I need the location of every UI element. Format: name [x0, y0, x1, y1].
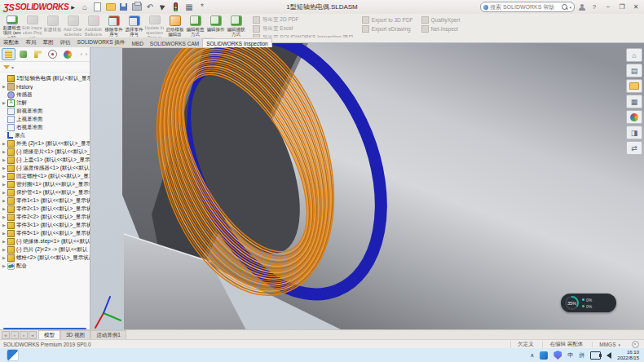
ribbon-button[interactable]: 编辑检查方式	[185, 14, 205, 38]
configurationmanager-tab[interactable]	[31, 48, 45, 60]
featuremanager-tab[interactable]	[2, 48, 15, 60]
home-icon[interactable]: ⌂	[79, 2, 90, 12]
ribbon-button[interactable]: 移除零件序号	[104, 14, 124, 38]
tree-item[interactable]: ▶ 右视基准面	[0, 123, 90, 131]
command-tab[interactable]: SOLIDWORKS Inspection	[202, 38, 272, 47]
command-tab[interactable]: SOLIDWORKS CAM	[147, 39, 202, 47]
tree-item[interactable]: ▶ 原点	[0, 131, 90, 139]
speaker-icon[interactable]	[607, 352, 611, 359]
tab-scroll-button[interactable]: »	[29, 331, 37, 339]
tree-item[interactable]: ▶ (-) 挡片 (2)<2> -> (默认<<默认	[0, 245, 90, 254]
file-explorer-icon[interactable]	[626, 79, 642, 93]
tree-item[interactable]: ▶ 注解	[0, 99, 90, 107]
ribbon-button[interactable]: 新建检查项目 (amp;N)	[2, 14, 22, 38]
displaymanager-tab[interactable]	[60, 48, 74, 60]
view-palette-icon[interactable]: ▦	[626, 95, 642, 108]
chrome-icon[interactable]	[365, 350, 377, 361]
tree-filter-row[interactable]: ▾	[0, 62, 90, 73]
command-tab[interactable]: MBD	[128, 39, 146, 47]
media-app-icon[interactable]	[349, 350, 360, 361]
command-tab[interactable]: 布局	[23, 38, 40, 47]
tree-item[interactable]: ▶ 固定螺栓<1> (默认<<默认>_显示	[0, 172, 90, 180]
tree-item[interactable]: ▶ 上视基准面	[0, 115, 90, 123]
tree-item[interactable]: ▶ 1型短轴热电偶 (默认<默认_显示状态-1	[0, 74, 90, 82]
green-app-icon[interactable]	[333, 350, 344, 361]
search-button[interactable]	[218, 350, 230, 361]
solidworks-resources-icon[interactable]: ⌂	[626, 48, 642, 62]
ribbon-button[interactable]: Add Characteristic	[63, 14, 83, 38]
security-shield-icon[interactable]	[554, 351, 562, 360]
ribbon-button[interactable]: 启动模板编辑器	[165, 14, 185, 38]
command-tab[interactable]: 评估	[57, 38, 74, 47]
minimize-button[interactable]: −	[603, 3, 613, 11]
dimxpertmanager-tab[interactable]	[46, 48, 60, 60]
design-library-icon[interactable]: ▤	[626, 64, 642, 77]
open-document-icon[interactable]	[105, 2, 117, 12]
solidworks-taskbar-icon[interactable]	[430, 350, 442, 361]
start-button[interactable]	[202, 350, 214, 361]
options-icon[interactable]: *	[196, 2, 208, 12]
tree-item[interactable]: ▶ 零件3<1> (默认<<默认>_显示状	[0, 221, 90, 229]
search-input[interactable]: 搜索 SOLIDWORKS 帮助 ▾	[480, 2, 575, 12]
wechat-icon[interactable]	[398, 350, 409, 361]
print-icon[interactable]	[131, 2, 143, 12]
tree-item[interactable]: ▶ 密封圈<1> (默认<<默认>_显示状	[0, 180, 90, 188]
ribbon-button[interactable]: Edit Inspection Project	[22, 14, 42, 38]
tab-scroll-button[interactable]: «	[2, 331, 10, 339]
tree-item[interactable]: ▶ (-) 绝缘体.step<1> (默认<<默认	[0, 237, 90, 245]
ribbon-button[interactable]: 新建模板	[42, 14, 63, 38]
command-tab[interactable]: SOLIDWORKS 插件	[74, 38, 129, 47]
tree-item[interactable]: ▶ 传感器	[0, 90, 90, 99]
mail-icon[interactable]	[284, 350, 295, 361]
ribbon-button[interactable]: 选择零件序号	[124, 14, 144, 38]
tree-item[interactable]: ▶ 配合	[0, 262, 90, 270]
tree-item[interactable]: ▶ 零件1<1> (默认<<默认>_显示状态	[0, 196, 90, 205]
tree-item[interactable]: ▶ History	[0, 82, 90, 90]
propertymanager-tab[interactable]	[16, 48, 30, 60]
custom-properties-icon[interactable]: ◨	[626, 126, 642, 139]
ribbon-button[interactable]: Update Inspection Project	[144, 14, 165, 38]
rebuild-icon[interactable]	[170, 2, 182, 12]
ribbon-button[interactable]: 编辑操作	[205, 14, 226, 38]
restore-button[interactable]: ❐	[617, 3, 627, 11]
tree-item[interactable]: ▶ 螺栓<2> (默认<<默认>_显示状态	[0, 254, 90, 262]
undo-icon[interactable]: ↶	[144, 2, 156, 12]
command-tab[interactable]: 草图	[40, 38, 57, 47]
3d-model-view[interactable]	[90, 43, 644, 330]
task-view-button[interactable]	[235, 350, 246, 361]
pack-and-go-icon[interactable]: ⇄	[626, 141, 642, 155]
ime-mode-indicator[interactable]: 拼	[579, 351, 584, 360]
phone-link-icon[interactable]	[382, 350, 393, 361]
graphics-viewport[interactable]: ⌂▤▦◨⇄ 35% 0%0%	[90, 42, 644, 330]
tree-item[interactable]: ▶ 零件5<1> (默认<<默认>_显示状	[0, 229, 90, 237]
close-button[interactable]: ✕	[631, 3, 641, 11]
file-properties-icon[interactable]: ▦	[183, 2, 195, 12]
ribbon-button[interactable]: 编辑捕获方式	[226, 14, 246, 38]
tree-item[interactable]: ▶ 零件2<2> (默认<<默认>_显示状	[0, 213, 90, 221]
help-button[interactable]: ?	[589, 3, 599, 11]
tree-item[interactable]: ▶ (-) 温度传感器<1> (默认<<默认>_	[0, 164, 90, 172]
wps-icon[interactable]	[414, 350, 426, 361]
save-icon[interactable]	[118, 2, 130, 12]
edge-icon[interactable]	[251, 350, 262, 361]
search-icon[interactable]	[562, 4, 567, 10]
new-document-icon[interactable]	[92, 2, 104, 12]
tab-scroll-button[interactable]: ›	[20, 331, 28, 339]
tree-item[interactable]: ▶ 前视基准面	[0, 107, 90, 115]
tray-app-icon[interactable]	[540, 351, 548, 360]
select-cursor-icon[interactable]	[157, 2, 169, 12]
widgets-icon[interactable]	[7, 349, 19, 361]
tab-scroll-button[interactable]: ‹	[11, 331, 19, 339]
login-user-icon[interactable]	[579, 4, 585, 11]
tree-item[interactable]: ▶ 保护管<1> (默认<<默认>_显示状	[0, 188, 90, 196]
tree-item[interactable]: ▶ (-) 绝缘垫片<1> (默认<<默认>_显	[0, 148, 90, 156]
ribbon-button[interactable]: Add/Edit Balloons	[83, 14, 104, 38]
tray-overflow-icon[interactable]: ∧	[530, 352, 534, 359]
appearances-icon[interactable]	[626, 110, 642, 124]
menu-expand-arrow-icon[interactable]: ▶	[71, 4, 75, 10]
clock[interactable]: 16:10 2022/8/15	[617, 350, 639, 361]
status-help-icon[interactable]	[632, 341, 639, 348]
tree-item[interactable]: ▶ (-) 上盖<1> (默认<<默认>_显示状	[0, 156, 90, 164]
weather-icon[interactable]	[316, 350, 328, 361]
panel-overflow-arrows[interactable]: ‹ ›	[80, 51, 88, 57]
